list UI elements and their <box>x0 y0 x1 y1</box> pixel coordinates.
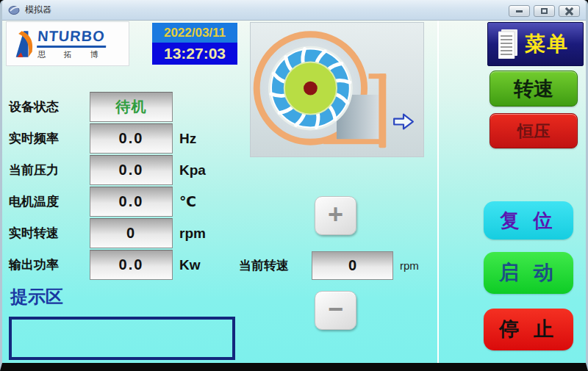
window-title: 模拟器 <box>25 4 51 16</box>
start-button[interactable]: 启 动 <box>484 252 573 294</box>
maximize-icon <box>541 8 548 14</box>
menu-button[interactable]: 菜单 <box>487 22 584 66</box>
setpoint-speed-value: 0 <box>312 251 393 280</box>
frequency-unit: Hz <box>179 123 223 154</box>
prompt-area-label: 提示区 <box>10 285 63 309</box>
flow-arrow-icon <box>394 115 413 129</box>
pressure-unit: Kpa <box>179 155 223 185</box>
speed-mode-button[interactable]: 转速 <box>490 71 578 107</box>
actual-speed-value: 0 <box>90 218 173 248</box>
setpoint-speed-unit: rpm <box>400 251 419 280</box>
minimize-icon <box>516 10 523 12</box>
frequency-value: 0.0 <box>90 123 173 154</box>
row-label-pressure: 当前压力 <box>9 155 90 185</box>
outlet-flange <box>379 73 386 148</box>
pressure-value: 0.0 <box>90 155 173 185</box>
close-icon <box>565 7 573 15</box>
actual-speed-unit: rpm <box>179 218 223 248</box>
titlebar: 模拟器 <box>2 0 586 21</box>
brand-logo: NTURBO 思 拓 博 <box>6 21 129 66</box>
menu-document-icon <box>498 29 517 59</box>
menu-button-label: 菜单 <box>525 30 569 58</box>
blower-panel <box>250 22 424 157</box>
prompt-message-box <box>9 317 235 360</box>
date-display: 2022/03/11 <box>152 23 237 43</box>
row-label-device-status: 设备状态 <box>9 92 90 122</box>
row-unit-device-status <box>179 92 223 122</box>
close-button[interactable] <box>559 5 580 17</box>
output-power-unit: Kw <box>179 250 223 280</box>
motor-temp-unit: ℃ <box>179 187 223 217</box>
decrease-speed-button[interactable]: − <box>315 291 356 330</box>
shaft-center <box>304 82 318 96</box>
hmi-screen: NTURBO 思 拓 博 2022/03/11 13:27:03 <box>2 21 586 363</box>
increase-speed-button[interactable]: + <box>315 196 356 235</box>
brand-name: NTURBO <box>37 28 107 48</box>
brand-subtitle: 思 拓 博 <box>37 49 107 60</box>
app-icon <box>8 4 21 15</box>
time-display: 13:27:03 <box>152 43 237 65</box>
row-label-actual-speed: 实时转速 <box>9 218 90 248</box>
stop-button[interactable]: 停 止 <box>484 309 573 350</box>
minimize-button[interactable] <box>509 5 530 17</box>
row-label-output-power: 输出功率 <box>9 250 90 280</box>
row-label-motor-temp: 电机温度 <box>9 187 90 217</box>
logo-a-icon <box>14 29 36 59</box>
row-label-frequency: 实时频率 <box>9 123 90 154</box>
motor-temp-value: 0.0 <box>90 187 173 217</box>
setpoint-speed-label: 当前转速 <box>239 251 289 280</box>
pressure-mode-button[interactable]: 恒压 <box>490 113 578 148</box>
reset-button[interactable]: 复 位 <box>484 201 573 239</box>
simulator-window: 模拟器 NTURBO 思 拓 博 2022/03/11 13:27:03 <box>0 0 588 371</box>
output-power-value: 0.0 <box>90 250 173 280</box>
vertical-divider <box>437 21 439 363</box>
window-controls <box>509 5 580 17</box>
maximize-button[interactable] <box>534 5 555 17</box>
blower-illustration <box>251 23 423 156</box>
device-status-value: 待机 <box>90 92 173 122</box>
